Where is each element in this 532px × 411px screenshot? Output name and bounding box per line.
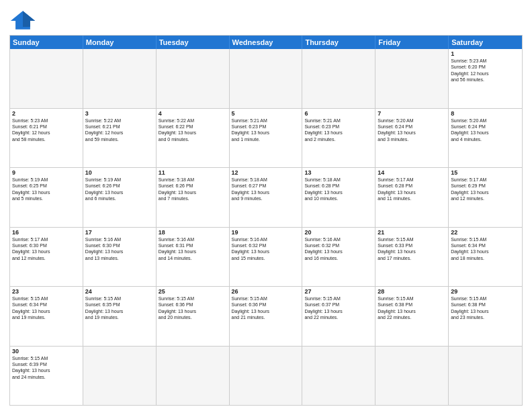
calendar-cell-1-1 <box>10 49 83 108</box>
day-number: 2 <box>12 110 81 117</box>
calendar-cell-5-7: 29Sunrise: 5:15 AM Sunset: 6:38 PM Dayli… <box>449 287 522 346</box>
day-number: 19 <box>232 229 300 236</box>
day-number: 9 <box>12 169 81 176</box>
calendar-cell-3-1: 9Sunrise: 5:19 AM Sunset: 6:25 PM Daylig… <box>10 168 83 227</box>
day-number: 15 <box>451 169 520 176</box>
calendar-cell-3-4: 12Sunrise: 5:18 AM Sunset: 6:27 PM Dayli… <box>230 168 303 227</box>
day-number: 14 <box>378 169 446 176</box>
header-day-wednesday: Wednesday <box>230 36 303 49</box>
calendar-cell-3-5: 13Sunrise: 5:18 AM Sunset: 6:28 PM Dayli… <box>302 168 375 227</box>
calendar-cell-2-3: 4Sunrise: 5:22 AM Sunset: 6:22 PM Daylig… <box>157 109 230 168</box>
day-number: 30 <box>12 348 81 355</box>
day-number: 20 <box>304 229 373 236</box>
day-number: 5 <box>232 110 300 117</box>
day-info: Sunrise: 5:18 AM Sunset: 6:26 PM Dayligh… <box>159 177 227 202</box>
calendar-row-3: 9Sunrise: 5:19 AM Sunset: 6:25 PM Daylig… <box>10 167 522 227</box>
day-info: Sunrise: 5:20 AM Sunset: 6:24 PM Dayligh… <box>451 118 520 143</box>
day-info: Sunrise: 5:19 AM Sunset: 6:25 PM Dayligh… <box>12 177 81 202</box>
day-info: Sunrise: 5:19 AM Sunset: 6:26 PM Dayligh… <box>85 177 154 202</box>
calendar-cell-5-3: 25Sunrise: 5:15 AM Sunset: 6:36 PM Dayli… <box>157 287 230 346</box>
calendar-cell-5-6: 28Sunrise: 5:15 AM Sunset: 6:38 PM Dayli… <box>375 287 449 346</box>
calendar-cell-2-6: 7Sunrise: 5:20 AM Sunset: 6:24 PM Daylig… <box>375 109 449 168</box>
day-info: Sunrise: 5:23 AM Sunset: 6:21 PM Dayligh… <box>12 118 81 143</box>
day-info: Sunrise: 5:15 AM Sunset: 6:36 PM Dayligh… <box>159 295 227 321</box>
calendar-cell-2-2: 3Sunrise: 5:22 AM Sunset: 6:21 PM Daylig… <box>83 109 157 168</box>
day-number: 6 <box>304 110 373 117</box>
calendar-cell-3-6: 14Sunrise: 5:17 AM Sunset: 6:28 PM Dayli… <box>375 168 449 227</box>
calendar-cell-4-1: 16Sunrise: 5:17 AM Sunset: 6:30 PM Dayli… <box>10 228 83 287</box>
calendar-cell-6-5 <box>302 347 375 406</box>
day-info: Sunrise: 5:16 AM Sunset: 6:32 PM Dayligh… <box>232 236 300 262</box>
day-number: 8 <box>451 110 520 117</box>
calendar-cell-5-1: 23Sunrise: 5:15 AM Sunset: 6:34 PM Dayli… <box>10 287 83 346</box>
day-number: 10 <box>85 169 154 176</box>
day-info: Sunrise: 5:21 AM Sunset: 6:23 PM Dayligh… <box>304 118 373 143</box>
calendar-cell-6-1: 30Sunrise: 5:15 AM Sunset: 6:39 PM Dayli… <box>10 347 83 406</box>
calendar-cell-5-4: 26Sunrise: 5:15 AM Sunset: 6:36 PM Dayli… <box>230 287 303 346</box>
header-day-tuesday: Tuesday <box>157 36 230 49</box>
calendar-row-1: 1Sunrise: 5:23 AM Sunset: 6:20 PM Daylig… <box>10 49 522 108</box>
day-number: 17 <box>85 229 154 236</box>
day-info: Sunrise: 5:15 AM Sunset: 6:34 PM Dayligh… <box>451 236 520 262</box>
day-number: 23 <box>12 288 81 295</box>
day-number: 25 <box>159 288 227 295</box>
header-day-friday: Friday <box>375 36 449 49</box>
calendar-cell-4-2: 17Sunrise: 5:16 AM Sunset: 6:30 PM Dayli… <box>83 228 157 287</box>
calendar-header: SundayMondayTuesdayWednesdayThursdayFrid… <box>10 36 522 49</box>
day-info: Sunrise: 5:17 AM Sunset: 6:30 PM Dayligh… <box>12 236 81 262</box>
calendar-cell-2-7: 8Sunrise: 5:20 AM Sunset: 6:24 PM Daylig… <box>449 109 522 168</box>
calendar-cell-3-2: 10Sunrise: 5:19 AM Sunset: 6:26 PM Dayli… <box>83 168 157 227</box>
day-number: 3 <box>85 110 154 117</box>
day-info: Sunrise: 5:22 AM Sunset: 6:22 PM Dayligh… <box>159 118 227 143</box>
day-number: 11 <box>159 169 227 176</box>
day-info: Sunrise: 5:23 AM Sunset: 6:20 PM Dayligh… <box>451 58 520 83</box>
calendar-cell-4-4: 19Sunrise: 5:16 AM Sunset: 6:32 PM Dayli… <box>230 228 303 287</box>
day-number: 21 <box>378 229 446 236</box>
calendar-cell-1-2 <box>83 49 157 108</box>
day-info: Sunrise: 5:15 AM Sunset: 6:37 PM Dayligh… <box>304 295 373 321</box>
day-info: Sunrise: 5:18 AM Sunset: 6:27 PM Dayligh… <box>232 177 300 202</box>
day-info: Sunrise: 5:15 AM Sunset: 6:39 PM Dayligh… <box>12 355 81 381</box>
calendar-cell-4-3: 18Sunrise: 5:16 AM Sunset: 6:31 PM Dayli… <box>157 228 230 287</box>
day-number: 24 <box>85 288 154 295</box>
calendar-cell-5-5: 27Sunrise: 5:15 AM Sunset: 6:37 PM Dayli… <box>302 287 375 346</box>
calendar-cell-6-4 <box>230 347 303 406</box>
day-number: 4 <box>159 110 227 117</box>
logo <box>9 9 39 31</box>
calendar-row-4: 16Sunrise: 5:17 AM Sunset: 6:30 PM Dayli… <box>10 227 522 287</box>
calendar-row-6: 30Sunrise: 5:15 AM Sunset: 6:39 PM Dayli… <box>10 346 522 406</box>
day-number: 22 <box>451 229 520 236</box>
day-number: 29 <box>451 288 520 295</box>
calendar-cell-6-2 <box>83 347 157 406</box>
page: SundayMondayTuesdayWednesdayThursdayFrid… <box>0 0 532 411</box>
calendar-cell-6-6 <box>375 347 449 406</box>
calendar-cell-1-5 <box>302 49 375 108</box>
day-info: Sunrise: 5:17 AM Sunset: 6:28 PM Dayligh… <box>378 177 446 202</box>
calendar-cell-2-4: 5Sunrise: 5:21 AM Sunset: 6:23 PM Daylig… <box>230 109 303 168</box>
day-number: 12 <box>232 169 300 176</box>
header-day-thursday: Thursday <box>302 36 375 49</box>
day-number: 18 <box>159 229 227 236</box>
day-info: Sunrise: 5:16 AM Sunset: 6:31 PM Dayligh… <box>159 236 227 262</box>
calendar: SundayMondayTuesdayWednesdayThursdayFrid… <box>9 35 523 406</box>
calendar-cell-4-6: 21Sunrise: 5:15 AM Sunset: 6:33 PM Dayli… <box>375 228 449 287</box>
calendar-cell-6-3 <box>157 347 230 406</box>
day-number: 13 <box>304 169 373 176</box>
day-info: Sunrise: 5:16 AM Sunset: 6:30 PM Dayligh… <box>85 236 154 262</box>
header <box>9 7 523 31</box>
calendar-cell-2-5: 6Sunrise: 5:21 AM Sunset: 6:23 PM Daylig… <box>302 109 375 168</box>
day-info: Sunrise: 5:15 AM Sunset: 6:38 PM Dayligh… <box>378 295 446 321</box>
calendar-cell-1-6 <box>375 49 449 108</box>
day-info: Sunrise: 5:15 AM Sunset: 6:38 PM Dayligh… <box>451 295 520 321</box>
calendar-body: 1Sunrise: 5:23 AM Sunset: 6:20 PM Daylig… <box>10 49 522 405</box>
day-number: 16 <box>12 229 81 236</box>
calendar-cell-4-5: 20Sunrise: 5:16 AM Sunset: 6:32 PM Dayli… <box>302 228 375 287</box>
day-info: Sunrise: 5:15 AM Sunset: 6:36 PM Dayligh… <box>232 295 300 321</box>
day-number: 28 <box>378 288 446 295</box>
header-day-saturday: Saturday <box>449 36 522 49</box>
day-info: Sunrise: 5:17 AM Sunset: 6:29 PM Dayligh… <box>451 177 520 202</box>
calendar-cell-3-3: 11Sunrise: 5:18 AM Sunset: 6:26 PM Dayli… <box>157 168 230 227</box>
day-number: 7 <box>378 110 446 117</box>
calendar-cell-5-2: 24Sunrise: 5:15 AM Sunset: 6:35 PM Dayli… <box>83 287 157 346</box>
calendar-cell-3-7: 15Sunrise: 5:17 AM Sunset: 6:29 PM Dayli… <box>449 168 522 227</box>
